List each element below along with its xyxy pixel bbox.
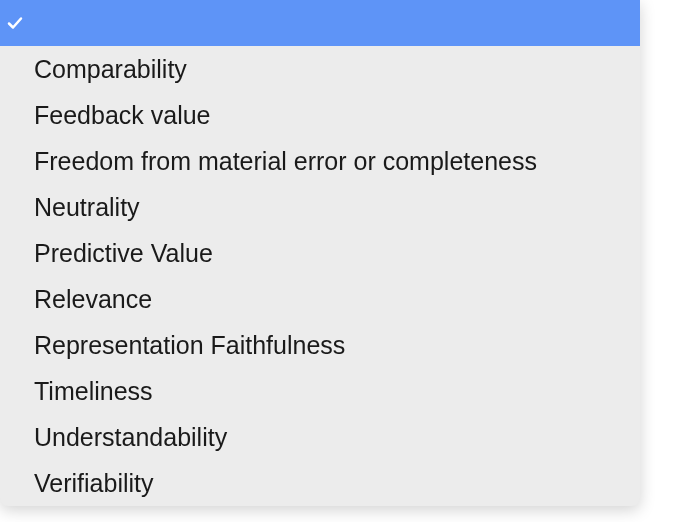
dropdown-item-label: Feedback value xyxy=(34,101,211,130)
dropdown-item-representation-faithfulness[interactable]: Representation Faithfulness xyxy=(0,322,640,368)
dropdown-item-label: Predictive Value xyxy=(34,239,213,268)
dropdown-item-comparability[interactable]: Comparability xyxy=(0,46,640,92)
dropdown-item-understandability[interactable]: Understandability xyxy=(0,414,640,460)
dropdown-item-predictive-value[interactable]: Predictive Value xyxy=(0,230,640,276)
checkmark-icon xyxy=(6,14,24,32)
dropdown-item-timeliness[interactable]: Timeliness xyxy=(0,368,640,414)
dropdown-item-label: Comparability xyxy=(34,55,187,84)
dropdown-item-label: Verifiability xyxy=(34,469,154,498)
dropdown-item-feedback-value[interactable]: Feedback value xyxy=(0,92,640,138)
dropdown-item-label: Relevance xyxy=(34,285,152,314)
dropdown-menu[interactable]: Comparability Feedback value Freedom fro… xyxy=(0,0,640,506)
dropdown-item-label: Timeliness xyxy=(34,377,153,406)
dropdown-item-neutrality[interactable]: Neutrality xyxy=(0,184,640,230)
dropdown-item-label: Freedom from material error or completen… xyxy=(34,147,537,176)
dropdown-item-label: Understandability xyxy=(34,423,227,452)
dropdown-item-label: Neutrality xyxy=(34,193,140,222)
dropdown-item-label: Representation Faithfulness xyxy=(34,331,345,360)
dropdown-item-verifiability[interactable]: Verifiability xyxy=(0,460,640,506)
dropdown-item-freedom-from-material-error[interactable]: Freedom from material error or completen… xyxy=(0,138,640,184)
dropdown-item-relevance[interactable]: Relevance xyxy=(0,276,640,322)
dropdown-item-blank[interactable] xyxy=(0,0,640,46)
